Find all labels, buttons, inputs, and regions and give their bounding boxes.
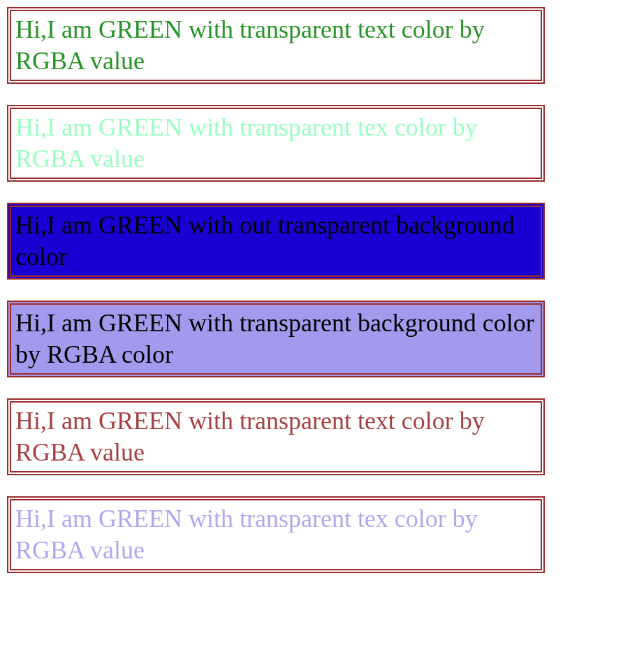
demo-box-blue-transparent-bg: Hi,I am GREEN with transparent backgroun… bbox=[7, 301, 545, 377]
demo-box-green-light-text: Hi,I am GREEN with transparent tex color… bbox=[7, 105, 545, 182]
demo-box-blue-solid-bg: Hi,I am GREEN with out transparent backg… bbox=[7, 203, 545, 280]
demo-box-red-text: Hi,I am GREEN with transparent text colo… bbox=[7, 398, 545, 475]
demo-box-green-transparent-text: Hi,I am GREEN with transparent text colo… bbox=[7, 7, 545, 84]
demo-text: Hi,I am GREEN with transparent text colo… bbox=[15, 407, 485, 466]
demo-box-blue-transparent-text: Hi,I am GREEN with transparent tex color… bbox=[7, 496, 545, 573]
demo-text: Hi,I am GREEN with transparent tex color… bbox=[15, 113, 478, 173]
demo-text: Hi,I am GREEN with transparent text colo… bbox=[15, 15, 485, 75]
demo-text: Hi,I am GREEN with transparent tex color… bbox=[15, 505, 478, 564]
demo-text: Hi,I am GREEN with transparent backgroun… bbox=[15, 309, 534, 368]
demo-text: Hi,I am GREEN with out transparent backg… bbox=[15, 211, 515, 270]
